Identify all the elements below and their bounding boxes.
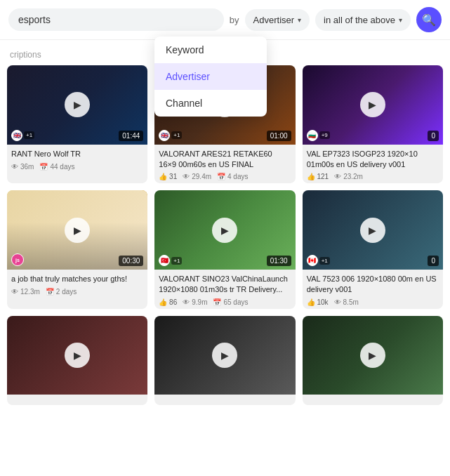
video-thumbnail[interactable]: ▶	[303, 316, 443, 395]
video-title: RANT Nero Wolf TR	[11, 149, 143, 159]
video-title: VAL 7523 006 1920×1080 00m en US deliver…	[307, 274, 439, 295]
date-value: 4 days	[227, 173, 248, 180]
video-thumbnail[interactable]: ▶ 🇹🇷 +1 01:30	[154, 190, 295, 270]
play-button[interactable]: ▶	[65, 218, 90, 243]
play-button[interactable]: ▶	[360, 343, 385, 368]
video-thumbnail[interactable]: ▶ 🇨🇦 +1 0	[303, 190, 443, 270]
video-info: a job that truly matches your gths! 👁 12…	[7, 270, 147, 309]
views-meta: 👁 12.3m	[11, 288, 40, 296]
eye-icon: 👁	[183, 298, 190, 306]
duration-badge: 00:30	[119, 256, 143, 266]
plus-count: +1	[171, 131, 182, 139]
like-count: 👍 31	[159, 173, 177, 180]
search-icon: 🔍	[422, 13, 436, 27]
duration-badge: 01:44	[119, 131, 143, 141]
video-meta: 👁 36m 📅 44 days	[11, 163, 143, 171]
flag-badge: 🇬🇧 +1	[159, 130, 182, 141]
duration-badge: 0	[428, 256, 439, 266]
video-card: ▶	[303, 316, 443, 406]
video-info: VALORANT SINO23 ValChinaLaunch 1920×1080…	[154, 270, 295, 309]
flag-badge: js	[11, 253, 24, 266]
video-thumbnail[interactable]: ▶	[7, 316, 147, 395]
video-title: VALORANT SINO23 ValChinaLaunch 1920×1080…	[159, 274, 291, 295]
video-info	[7, 395, 147, 405]
like-count: 👍 10k	[307, 298, 329, 306]
video-thumbnail[interactable]: ▶ 🇬🇧 +1 01:44	[7, 65, 147, 145]
flag-badge: 🇧🇬 +9	[307, 130, 330, 141]
calendar-icon: 📅	[217, 173, 225, 180]
dropdown-item-advertiser[interactable]: Advertiser	[154, 63, 267, 90]
video-meta: 👍 121 👁 23.2m	[307, 173, 439, 180]
video-meta: 👍 31 👁 29.4m 📅 4 days	[159, 173, 291, 180]
flag-icon: 🇬🇧	[11, 130, 22, 141]
location-dropdown-btn[interactable]: in all of the above ▾	[315, 9, 411, 31]
video-info: VAL EP7323 ISOGP23 1920×10 01m00s en US …	[303, 145, 443, 184]
logo-icon: js	[11, 253, 24, 266]
video-card: ▶ 🇧🇬 +9 0 VAL EP7323 ISOGP23 1920×10 01m…	[303, 65, 443, 183]
video-meta: 👁 12.3m 📅 2 days	[11, 288, 143, 296]
video-title: VAL EP7323 ISOGP23 1920×10 01m00s en US …	[307, 149, 439, 170]
date-meta: 📅 2 days	[46, 288, 77, 296]
flag-icon: 🇧🇬	[307, 130, 318, 141]
eye-icon: 👁	[183, 173, 190, 180]
video-info: RANT Nero Wolf TR 👁 36m 📅 44 days	[7, 145, 147, 184]
eye-icon: 👁	[11, 163, 18, 171]
calendar-icon: 📅	[39, 163, 48, 171]
view-count: 12.3m	[20, 288, 40, 296]
flag-icon: 🇹🇷	[159, 255, 170, 266]
views-meta: 👁 36m	[11, 163, 34, 171]
search-bar: by Advertiser ▾ in all of the above ▾ 🔍	[0, 0, 450, 40]
play-button[interactable]: ▶	[212, 218, 237, 243]
date-value: 65 days	[223, 298, 248, 306]
eye-icon: 👁	[11, 288, 18, 296]
eye-icon: 👁	[334, 298, 341, 306]
eye-icon: 👁	[334, 173, 341, 180]
video-title: a job that truly matches your gths!	[11, 274, 143, 284]
advertiser-label: Advertiser	[253, 15, 295, 25]
chevron-down-icon: ▾	[298, 16, 301, 24]
view-count: 23.2m	[343, 173, 363, 180]
views-meta: 👁 29.4m	[183, 173, 211, 180]
flag-icon: 🇬🇧	[159, 130, 170, 141]
flag-icon: 🇨🇦	[307, 255, 318, 266]
video-info: VAL 7523 006 1920×1080 00m en US deliver…	[303, 270, 443, 309]
video-card: ▶	[154, 316, 295, 406]
video-title: VALORANT ARES21 RETAKE60 16×9 00m60s en …	[159, 149, 291, 170]
video-card: ▶ js 00:30 a job that truly matches your…	[7, 190, 147, 308]
date-value: 2 days	[56, 288, 77, 296]
view-count: 8.5m	[343, 298, 359, 306]
views-meta: 👁 9.9m	[183, 298, 207, 306]
video-info	[303, 395, 443, 405]
duration-badge: 01:30	[267, 256, 291, 266]
play-button[interactable]: ▶	[65, 92, 90, 117]
search-input[interactable]	[18, 14, 214, 25]
flag-badge: 🇬🇧 +1	[11, 130, 34, 141]
play-button[interactable]: ▶	[212, 343, 237, 368]
video-meta: 👍 10k 👁 8.5m	[307, 298, 439, 306]
video-thumbnail[interactable]: ▶ js 00:30	[7, 190, 147, 270]
video-card: ▶ 🇨🇦 +1 0 VAL 7523 006 1920×1080 00m en …	[303, 190, 443, 308]
date-meta: 📅 4 days	[217, 173, 248, 180]
play-button[interactable]: ▶	[360, 218, 385, 243]
advertiser-dropdown-menu: Keyword Advertiser Channel	[154, 37, 267, 117]
calendar-icon: 📅	[213, 298, 221, 306]
play-button[interactable]: ▶	[65, 343, 90, 368]
video-card: ▶ 🇹🇷 +1 01:30 VALORANT SINO23 ValChinaLa…	[154, 190, 295, 308]
search-button[interactable]: 🔍	[416, 7, 442, 32]
plus-count: +1	[319, 257, 330, 265]
video-thumbnail[interactable]: ▶ 🇧🇬 +9 0	[303, 65, 443, 145]
chevron-down-icon-2: ▾	[399, 16, 402, 24]
plus-count: +9	[319, 131, 330, 139]
flag-badge: 🇹🇷 +1	[159, 255, 182, 266]
date-meta: 📅 65 days	[213, 298, 248, 306]
plus-count: +1	[24, 131, 34, 139]
view-count: 36m	[20, 163, 34, 171]
play-button[interactable]: ▶	[360, 92, 385, 117]
video-thumbnail[interactable]: ▶	[154, 316, 295, 395]
dropdown-item-channel[interactable]: Channel	[154, 90, 267, 117]
dropdown-item-keyword[interactable]: Keyword	[154, 37, 267, 63]
advertiser-dropdown-btn[interactable]: Advertiser ▾	[245, 9, 310, 31]
view-count: 9.9m	[192, 298, 207, 306]
location-label: in all of the above	[324, 15, 395, 25]
calendar-icon: 📅	[46, 288, 54, 296]
